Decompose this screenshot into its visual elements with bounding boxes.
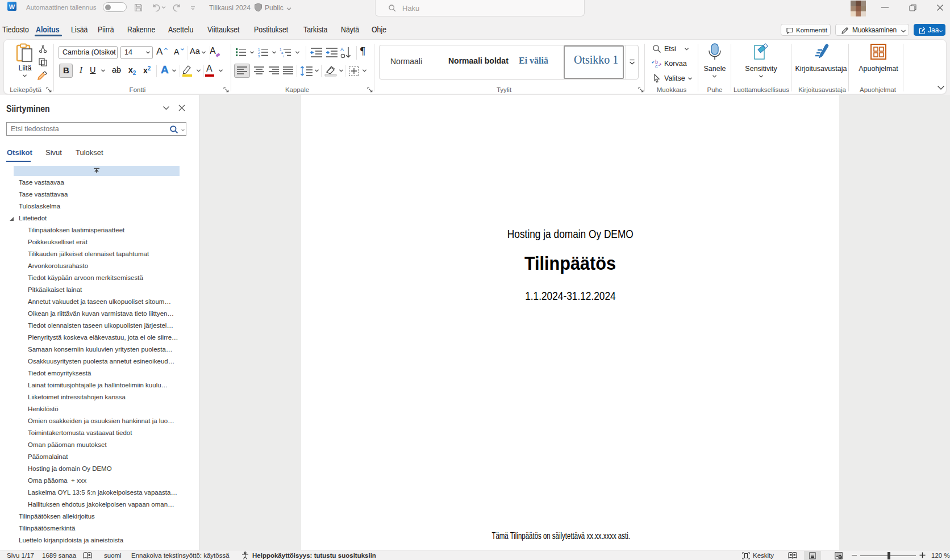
svg-text:3: 3 [258,55,260,58]
svg-text:c: c [655,64,658,69]
svg-text:A: A [340,47,344,52]
svg-text:W: W [9,3,15,10]
svg-text:i: i [283,55,284,57]
